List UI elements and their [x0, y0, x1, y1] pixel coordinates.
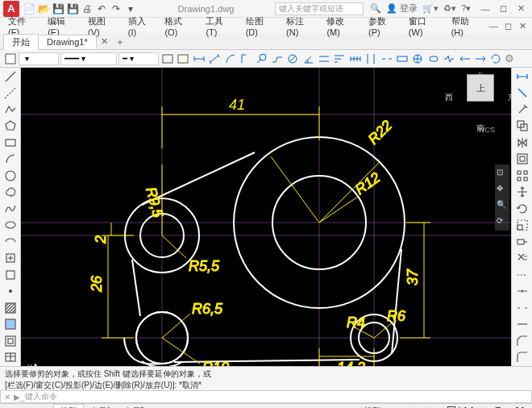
menu-insert[interactable]: 插入(I)	[123, 14, 159, 39]
help-icon[interactable]: ?▾	[461, 3, 471, 14]
dim-linear-icon[interactable]	[192, 52, 206, 66]
construction-line-tool[interactable]	[2, 86, 19, 101]
rectangle-tool[interactable]	[2, 135, 19, 150]
tab-add-icon[interactable]: +	[113, 35, 127, 48]
wcs-label[interactable]: WCS	[478, 126, 495, 134]
dim-angular-icon[interactable]	[301, 52, 315, 66]
lineweight-dropdown[interactable]: ━ ▾	[118, 52, 159, 65]
layout-1[interactable]: 布局1	[84, 405, 118, 409]
dim-space-icon[interactable]	[364, 52, 377, 66]
mdi-restore-icon[interactable]: ◻	[501, 20, 514, 31]
status-annovisibility-icon[interactable]: 人	[455, 406, 463, 409]
polyline-tool[interactable]	[2, 102, 19, 117]
mdi-minimize-icon[interactable]: —	[487, 20, 500, 31]
line-tool[interactable]	[2, 69, 19, 84]
basket-icon[interactable]: 🛒▾	[422, 3, 438, 14]
dim-quick-icon[interactable]	[317, 52, 330, 66]
point-tool[interactable]	[2, 285, 19, 299]
menu-help[interactable]: 帮助(H)	[447, 14, 485, 39]
tolerance-icon[interactable]	[395, 52, 409, 66]
linetype-dropdown[interactable]: ━━━ ▾	[60, 52, 117, 65]
menu-tools[interactable]: 工具(T)	[201, 14, 239, 39]
drawing-canvas[interactable]: R22 R12 R9,5 R5,5 R6,5 R10 R6 R4 26 2 37…	[21, 68, 511, 366]
trim-tool[interactable]	[514, 252, 530, 266]
mirror-tool[interactable]	[514, 135, 530, 150]
dim-edit-icon[interactable]	[458, 52, 472, 66]
move-tool[interactable]	[514, 185, 530, 200]
close-button[interactable]: ✕	[513, 3, 529, 15]
command-input[interactable]: ✕▶_ 键入命令	[0, 390, 532, 403]
menu-window[interactable]: 窗口(W)	[404, 14, 445, 39]
layout-2[interactable]: 布局2	[118, 405, 152, 409]
dim-linear-icon-r[interactable]	[514, 69, 530, 84]
table-tool[interactable]	[2, 351, 19, 365]
menu-dimension[interactable]: 标注(N)	[281, 14, 320, 39]
dim-diameter-icon[interactable]	[286, 52, 300, 66]
layer-props-icon[interactable]	[160, 52, 174, 66]
menu-parametric[interactable]: 参数(P)	[364, 14, 402, 39]
nav-pan-icon[interactable]: ✥	[497, 184, 508, 195]
hatch-tool[interactable]	[2, 301, 19, 315]
break-point-tool[interactable]	[514, 285, 530, 299]
menu-draw[interactable]: 绘图(D)	[241, 14, 280, 39]
nav-orbit-icon[interactable]: ⟳	[497, 216, 508, 227]
nav-zoom-icon[interactable]: 🔍	[497, 200, 508, 211]
polygon-tool[interactable]	[2, 119, 19, 134]
dim-baseline-icon[interactable]	[333, 52, 347, 66]
dim-ordinate-icon[interactable]	[239, 52, 252, 66]
layout-model[interactable]: 模型	[53, 404, 84, 409]
rotate-tool[interactable]	[514, 202, 530, 216]
dim-break-icon[interactable]	[380, 52, 393, 66]
array-tool[interactable]	[514, 169, 530, 183]
ellipse-tool[interactable]	[2, 219, 19, 233]
search-icon[interactable]: 🔍	[370, 3, 381, 14]
stretch-tool[interactable]	[514, 235, 530, 249]
spline-tool[interactable]	[2, 202, 19, 216]
dim-tedit-icon[interactable]	[473, 52, 487, 66]
minimize-button[interactable]: —	[477, 3, 493, 15]
break-tool[interactable]	[514, 301, 530, 315]
arc-tool[interactable]	[2, 152, 19, 167]
make-block-tool[interactable]	[2, 268, 19, 282]
viewcube-top[interactable]: 上	[467, 74, 494, 102]
dim-continue-icon[interactable]	[348, 52, 362, 66]
menu-format[interactable]: 格式(O)	[160, 14, 199, 39]
tab-drawing1[interactable]: Drawing1*	[38, 35, 97, 48]
dim-jogged-icon[interactable]	[270, 52, 284, 66]
scale-tool[interactable]	[514, 219, 530, 233]
inspect-icon[interactable]	[426, 52, 440, 66]
ellipse-arc-tool[interactable]	[2, 235, 19, 249]
tab-start[interactable]: 开始	[3, 34, 39, 50]
menu-modify[interactable]: 修改(M)	[322, 14, 362, 39]
layer-dropdown[interactable]: ▾	[19, 52, 59, 65]
erase-tool[interactable]	[514, 102, 530, 117]
insert-block-tool[interactable]	[2, 252, 19, 266]
dim-aligned-icon[interactable]	[208, 52, 222, 66]
mdi-close-icon[interactable]: ✕	[516, 20, 529, 31]
nav-full-icon[interactable]: ⊡	[497, 168, 508, 179]
join-tool[interactable]	[514, 318, 530, 332]
toolbar-settings-icon[interactable]: ⚙	[505, 52, 529, 65]
dim-radius-icon[interactable]	[255, 52, 268, 66]
region-tool[interactable]	[2, 334, 19, 348]
status-model[interactable]: 模型	[364, 406, 380, 409]
revision-cloud-tool[interactable]	[2, 185, 19, 200]
share-icon[interactable]: ♻▾	[443, 3, 456, 14]
maximize-button[interactable]: ◻	[495, 3, 511, 15]
offset-tool[interactable]	[514, 152, 530, 167]
viewcube[interactable]: 北 西 上 东 南	[456, 74, 505, 123]
gradient-tool[interactable]	[2, 318, 19, 332]
copy-tool[interactable]	[514, 119, 530, 134]
layer-states-icon[interactable]	[177, 52, 190, 66]
dim-arc-icon[interactable]	[223, 52, 237, 66]
chamfer-tool[interactable]	[514, 334, 530, 348]
color-icon[interactable]	[3, 52, 17, 66]
dim-style-icon[interactable]	[514, 86, 530, 101]
jog-line-icon[interactable]	[442, 52, 455, 66]
extend-tool[interactable]	[514, 268, 530, 282]
fillet-tool[interactable]	[514, 351, 530, 365]
center-mark-icon[interactable]	[411, 52, 425, 66]
dim-update-icon[interactable]	[489, 52, 503, 66]
tab-close-icon[interactable]: ✕	[96, 35, 113, 48]
circle-tool[interactable]	[2, 169, 19, 183]
